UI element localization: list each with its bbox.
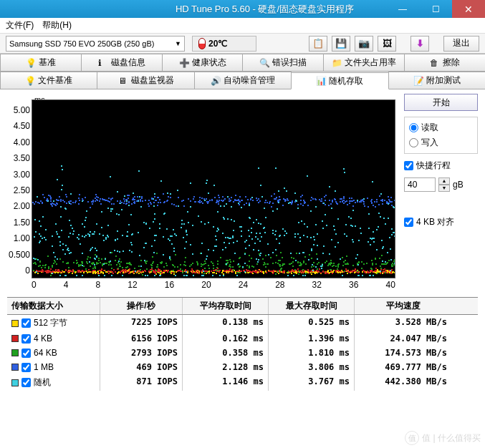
download-button[interactable]: ⬇ — [410, 36, 429, 52]
screenshot-button[interactable]: 📷 — [355, 36, 373, 52]
tab-文件夹占用率[interactable]: 📁文件夹占用率 — [323, 54, 405, 71]
results-table: 传输数据大小 操作/秒 平均存取时间 最大存取时间 平均速度 512 字节722… — [7, 297, 478, 391]
color-swatch — [11, 335, 19, 342]
scatter-plot — [32, 99, 395, 278]
tab-icon: ➕ — [179, 58, 189, 68]
temperature-value: 20℃ — [208, 39, 227, 49]
color-swatch — [11, 320, 19, 327]
side-panel: 开始 读取 写入 快捷行程 ▲▼ gB 4 KB 对齐 — [395, 94, 478, 290]
tab-icon: 🗑 — [430, 58, 440, 68]
row-check[interactable] — [21, 318, 31, 328]
tab-row-1: 💡基准ℹ磁盘信息➕健康状态🔍错误扫描📁文件夹占用率🗑擦除 — [0, 54, 485, 72]
tab-基准[interactable]: 💡基准 — [0, 54, 82, 71]
tab-自动噪音管理[interactable]: 🔊自动噪音管理 — [194, 72, 292, 89]
table-row: 64 KB2793 IOPS0.358 ms1.810 ms174.573 MB… — [7, 346, 478, 360]
tab-文件基准[interactable]: 💡文件基准 — [0, 72, 97, 89]
menu-help[interactable]: 帮助(H) — [42, 19, 72, 31]
color-swatch — [11, 364, 19, 371]
chart-area: ms 5.004.504.003.503.002.502.001.501.000… — [7, 94, 395, 290]
toolbar: Samsung SSD 750 EVO 250GB (250 gB) ▼ 20℃… — [0, 34, 485, 54]
tab-附加测试[interactable]: 📝附加测试 — [388, 72, 485, 89]
dropdown-arrow-icon: ▼ — [175, 40, 181, 47]
spin-down[interactable]: ▼ — [438, 185, 450, 192]
row-check[interactable] — [21, 349, 31, 358]
row-check[interactable] — [21, 363, 31, 372]
tab-icon: 🔍 — [259, 58, 269, 68]
align-check[interactable]: 4 KB 对齐 — [404, 216, 478, 228]
table-row: 随机871 IOPS1.146 ms3.767 ms442.380 MB/s — [7, 374, 478, 391]
save-button[interactable]: 💾 — [332, 36, 350, 52]
read-radio[interactable]: 读取 — [409, 122, 473, 134]
start-button[interactable]: 开始 — [404, 94, 478, 111]
y-axis: 5.004.504.003.503.002.502.001.501.000.50… — [7, 105, 30, 276]
row-check[interactable] — [21, 378, 31, 387]
tab-磁盘监视器[interactable]: 🖥磁盘监视器 — [97, 72, 194, 89]
x-axis: 0481216202428323640 — [32, 278, 395, 290]
tab-icon: 💡 — [25, 76, 35, 86]
maximize-button[interactable]: ☐ — [419, 0, 452, 18]
table-header: 传输数据大小 操作/秒 平均存取时间 最大存取时间 平均速度 — [7, 297, 478, 315]
tab-擦除[interactable]: 🗑擦除 — [404, 54, 485, 71]
drive-select-value: Samsung SSD 750 EVO 250GB (250 gB) — [9, 39, 154, 48]
short-stroke-unit: gB — [453, 180, 464, 190]
exit-button[interactable]: 退出 — [443, 36, 479, 52]
short-stroke-input[interactable]: ▲▼ gB — [404, 177, 478, 192]
short-stroke-check[interactable]: 快捷行程 — [404, 160, 478, 172]
content-area: ms 5.004.504.003.503.002.502.001.501.000… — [0, 89, 485, 293]
tab-健康状态[interactable]: ➕健康状态 — [162, 54, 244, 71]
tab-磁盘信息[interactable]: ℹ磁盘信息 — [81, 54, 163, 71]
close-button[interactable]: ✕ — [452, 0, 485, 18]
tab-icon: 💡 — [26, 58, 36, 68]
picture-button[interactable]: 🖼 — [378, 36, 396, 52]
window-title: HD Tune Pro 5.60 - 硬盘/固态硬盘实用程序 — [143, 3, 386, 16]
write-radio[interactable]: 写入 — [409, 137, 473, 149]
color-swatch — [11, 379, 19, 386]
table-row: 1 MB469 IOPS2.128 ms3.806 ms469.777 MB/s — [7, 360, 478, 374]
tab-icon: 📁 — [332, 58, 342, 68]
tab-icon: 📝 — [413, 76, 423, 86]
title-bar: HD Tune Pro 5.60 - 硬盘/固态硬盘实用程序 — ☐ ✕ — [0, 0, 485, 18]
spin-up[interactable]: ▲ — [438, 177, 450, 185]
row-check[interactable] — [21, 334, 31, 344]
window-controls: — ☐ ✕ — [386, 0, 485, 18]
tab-icon: 🔊 — [211, 76, 221, 86]
menu-bar: 文件(F) 帮助(H) — [0, 18, 485, 34]
table-row: 4 KB6156 IOPS0.162 ms1.396 ms24.047 MB/s — [7, 331, 478, 346]
tab-错误扫描[interactable]: 🔍错误扫描 — [242, 54, 324, 71]
drive-select[interactable]: Samsung SSD 750 EVO 250GB (250 gB) ▼ — [6, 36, 185, 52]
tab-row-2: 💡文件基准🖥磁盘监视器🔊自动噪音管理📊随机存取📝附加测试 — [0, 72, 485, 89]
color-swatch — [11, 349, 19, 356]
menu-file[interactable]: 文件(F) — [6, 19, 34, 31]
tab-icon: ℹ — [98, 58, 108, 68]
table-row: 512 字节7225 IOPS0.138 ms0.525 ms3.528 MB/… — [7, 315, 478, 331]
tab-icon: 📊 — [316, 76, 326, 86]
thermometer-icon — [198, 38, 206, 49]
watermark: 值 值 | 什么值得买 — [405, 431, 481, 445]
temperature-box: 20℃ — [192, 36, 256, 52]
tab-随机存取[interactable]: 📊随机存取 — [291, 72, 388, 89]
mode-group: 读取 写入 — [404, 117, 478, 154]
short-stroke-value[interactable] — [404, 177, 436, 192]
minimize-button[interactable]: — — [386, 0, 419, 18]
copy-button[interactable]: 📋 — [309, 36, 327, 52]
tab-icon: 🖥 — [118, 76, 128, 86]
